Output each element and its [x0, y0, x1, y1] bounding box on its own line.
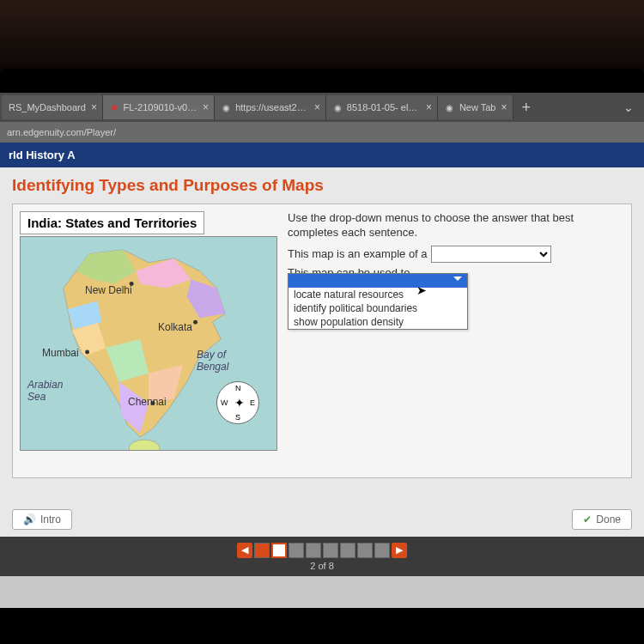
compass-rose: N S E W ✦ [216, 381, 259, 424]
city-label: New Delhi [85, 284, 132, 296]
next-button[interactable]: ▶ [392, 543, 407, 558]
course-header: rld History A [0, 143, 644, 167]
browser-tab[interactable]: ◉ 8518-01-05- elevati × [326, 95, 438, 119]
browser-tab[interactable]: RS_MyDashboard × [2, 95, 103, 119]
tab-overflow-icon[interactable]: ⌄ [613, 100, 644, 114]
prev-button[interactable]: ◀ [237, 543, 252, 558]
dropdown-map-type[interactable] [431, 246, 551, 263]
browser-tab[interactable]: ◉ https://useast2-ww × [215, 95, 326, 119]
svg-point-1 [193, 320, 197, 325]
svg-point-2 [85, 349, 89, 354]
pager-bar: ◀ ▶ 2 of 8 [0, 537, 644, 576]
city-label: Mumbai [42, 347, 79, 359]
dropdown-option[interactable]: show population density [289, 315, 467, 329]
intro-button[interactable]: 🔊 Intro [12, 509, 72, 530]
dropdown-map-purpose-open[interactable]: locate natural resources identify politi… [288, 273, 468, 330]
question-column: Use the drop-down menus to choose the an… [288, 211, 624, 471]
browser-tab[interactable]: ✖ FL-2109010-v05-M/ × [103, 95, 215, 119]
browser-tab-bar: RS_MyDashboard × ✖ FL-2109010-v05-M/ × ◉… [0, 93, 644, 122]
page-indicator[interactable] [306, 543, 321, 558]
speaker-icon: 🔊 [23, 513, 36, 526]
tab-favicon: ◉ [333, 102, 343, 112]
close-icon[interactable]: × [426, 101, 432, 113]
browser-tab[interactable]: ◉ New Tab × [438, 95, 513, 119]
dropdown-option[interactable]: identify political boundaries [289, 301, 467, 315]
page-count: 2 of 8 [310, 561, 334, 571]
tab-favicon: ◉ [222, 102, 231, 112]
close-icon[interactable]: × [203, 101, 209, 113]
tab-title: https://useast2-ww [235, 102, 309, 112]
tab-title: New Tab [459, 102, 496, 112]
page-indicator[interactable] [357, 543, 373, 558]
check-icon: ✔ [583, 513, 592, 526]
sea-label: Arabian Sea [27, 379, 63, 403]
done-button[interactable]: ✔ Done [572, 509, 632, 530]
svg-point-4 [129, 440, 160, 450]
india-map: New Delhi Kolkata Mumbai Chennai Arabian… [20, 236, 277, 451]
city-label: Chennai [128, 396, 167, 408]
page-indicator[interactable] [340, 543, 355, 558]
activity-panel: India: States and Territories [12, 204, 632, 478]
new-tab-button[interactable]: + [513, 99, 540, 117]
page-indicator[interactable] [254, 543, 270, 558]
page-indicator[interactable] [323, 543, 338, 558]
instruction-text: Use the drop-down menus to choose the an… [288, 211, 624, 240]
map-title: India: States and Territories [20, 211, 204, 234]
close-icon[interactable]: × [501, 101, 507, 113]
tab-favicon: ◉ [445, 102, 455, 112]
tab-title: FL-2109010-v05-M/ [124, 102, 197, 112]
close-icon[interactable]: × [91, 101, 97, 113]
tab-favicon: ✖ [110, 102, 119, 112]
dropdown-option[interactable]: locate natural resources [289, 288, 467, 301]
sea-label: Bay of Bengal [197, 349, 228, 373]
page-indicator[interactable] [271, 543, 287, 558]
lesson-content: Identifying Types and Purposes of Maps I… [0, 167, 644, 537]
city-label: Kolkata [158, 321, 192, 333]
dropdown-selected-blank[interactable] [289, 274, 467, 288]
tab-title: RS_MyDashboard [9, 102, 86, 112]
url-text: arn.edgenuity.com/Player/ [7, 127, 116, 137]
lesson-title: Identifying Types and Purposes of Maps [12, 176, 632, 195]
tab-title: 8518-01-05- elevati [347, 102, 421, 112]
page-indicator[interactable] [289, 543, 304, 558]
question-text: This map is an example of a [288, 247, 428, 260]
address-bar[interactable]: arn.edgenuity.com/Player/ [0, 122, 644, 143]
close-icon[interactable]: × [314, 101, 320, 113]
page-indicator[interactable] [374, 543, 390, 558]
